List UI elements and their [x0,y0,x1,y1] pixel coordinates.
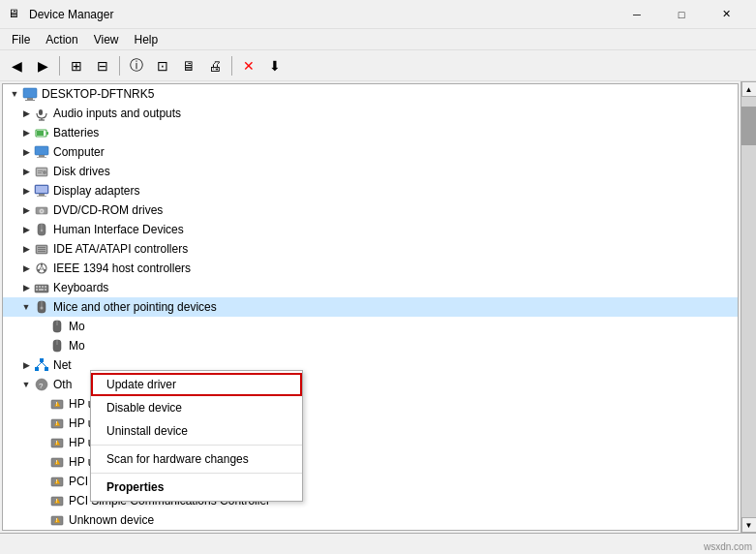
title-bar: 🖥 Device Manager ─ □ ✕ [0,0,756,29]
expand-icon: ▶ [18,222,34,237]
list-item[interactable]: ▶ Disk drives [3,162,738,181]
maximize-button[interactable]: □ [659,0,704,29]
list-item[interactable]: ▶ Display adapters [3,181,738,200]
svg-rect-8 [46,132,48,135]
toolbar-properties[interactable]: ⓘ [124,53,149,78]
title-bar-left: 🖥 Device Manager [8,7,113,22]
svg-rect-56 [45,367,48,371]
main-content: ▼ DESKTOP-DFTNRK5 ▶ Audio [0,81,756,533]
warning-icon-3: ! [49,435,65,450]
hid-icon [34,222,49,237]
svg-point-33 [41,263,43,265]
scroll-up-button[interactable]: ▲ [741,81,757,97]
toolbar-remove[interactable]: ✕ [236,53,261,78]
mouse-sub-icon [49,319,65,334]
expand-icon: ▶ [18,280,34,295]
toolbar-scan[interactable]: ⬇ [262,53,287,78]
context-menu-disable-device[interactable]: Disable device [91,396,302,419]
context-menu-separator [91,445,302,446]
toolbar-print[interactable]: 🖨 [202,53,227,78]
ide-icon [34,241,49,257]
expand-icon: ▶ [18,183,34,199]
menu-help[interactable]: Help [127,29,166,50]
warning-icon: ! [49,396,65,412]
toolbar-collapse[interactable]: ⊟ [90,53,115,78]
scroll-down-button[interactable]: ▼ [741,517,757,533]
context-menu-scan[interactable]: Scan for hardware changes [91,447,302,471]
menu-view[interactable]: View [86,29,127,50]
expand-icon: ▶ [18,241,34,257]
svg-rect-44 [36,289,38,291]
toolbar-expand[interactable]: ⊞ [64,53,89,78]
mouse-sub-icon2 [49,338,65,354]
list-item[interactable]: ▶ Mo [3,336,738,355]
svg-line-58 [42,362,46,367]
list-item[interactable]: ▶ ! Unknown device [3,510,738,530]
context-menu-properties[interactable]: Properties [91,476,302,499]
scroll-thumb[interactable] [741,107,757,145]
svg-point-49 [41,307,44,310]
svg-point-26 [41,230,43,231]
other-icon: ? [34,377,49,392]
scroll-track[interactable] [741,97,757,517]
svg-line-37 [42,265,44,269]
svg-rect-16 [38,172,42,173]
tree-root[interactable]: ▼ DESKTOP-DFTNRK5 [3,84,738,104]
svg-rect-46 [45,289,46,291]
list-item[interactable]: ▶ IDE ATA/ATAPI controllers [3,239,738,259]
list-item[interactable]: ▶ Batteries [3,123,738,142]
expand-icon: ▶ [18,261,34,276]
close-button[interactable]: ✕ [704,0,748,29]
list-item[interactable]: ▶ IEEE 1394 host controllers [3,259,738,278]
expand-icon: ▼ [7,86,22,102]
battery-icon [34,125,49,140]
menu-file[interactable]: File [4,29,38,50]
mouse-icon [34,299,49,315]
dvd-icon [34,202,49,218]
keyboard-icon [34,280,49,295]
svg-line-36 [40,265,42,269]
toolbar: ◀ ▶ ⊞ ⊟ ⓘ ⊡ 🖥 🖨 ✕ ⬇ [0,50,756,81]
toolbar-back[interactable]: ◀ [4,53,29,78]
scrollbar[interactable]: ▲ ▼ [741,81,756,533]
list-item[interactable]: ▶ Human Interface Devices [3,220,738,239]
tree-item-label: Display adapters [53,184,139,198]
menu-action[interactable]: Action [38,29,85,50]
svg-rect-29 [38,247,45,248]
svg-rect-43 [45,286,46,288]
tree-item-label: Human Interface Devices [53,223,184,236]
expand-icon: ▶ [18,202,34,218]
context-menu-uninstall-device[interactable]: Uninstall device [91,419,302,443]
minimize-button[interactable]: ─ [615,0,659,29]
mice-tree-item[interactable]: ▼ Mice and other pointing devices [3,297,738,317]
list-item[interactable]: ▶ Computer [3,142,738,162]
warning-icon-4: ! [49,454,65,470]
title-bar-controls: ─ □ ✕ [615,0,748,29]
tree-item-label: IDE ATA/ATAPI controllers [53,242,188,256]
toolbar-sep-1 [59,56,60,76]
toolbar-computer[interactable]: 🖥 [176,53,201,78]
list-item[interactable]: ▶ Audio inputs and outputs [3,104,738,123]
tree-item-label: Batteries [53,126,99,139]
toolbar-devmgr[interactable]: ⊡ [150,53,175,78]
list-item[interactable]: ▶ Mo [3,317,738,336]
disk-icon [34,164,49,179]
desktop-icon [22,86,38,102]
expand-icon: ▶ [18,164,34,179]
svg-rect-30 [38,249,45,250]
display-icon [34,183,49,199]
list-item[interactable]: ▶ DVD/CD-ROM drives [3,200,738,220]
network-icon [34,357,49,373]
svg-rect-2 [25,100,35,101]
tree-item-label: Computer [53,145,105,159]
list-item[interactable]: ▶ Keyboards [3,278,738,297]
toolbar-forward[interactable]: ▶ [30,53,55,78]
svg-rect-31 [38,251,45,252]
context-menu-update-driver[interactable]: Update driver [91,373,302,396]
svg-rect-45 [39,289,44,291]
svg-rect-0 [23,88,37,98]
tree-item-label: Unknown device [69,513,154,527]
expand-icon: ▶ [18,106,34,121]
expand-icon: ▼ [18,299,34,315]
device-tree[interactable]: ▼ DESKTOP-DFTNRK5 ▶ Audio [2,83,739,531]
